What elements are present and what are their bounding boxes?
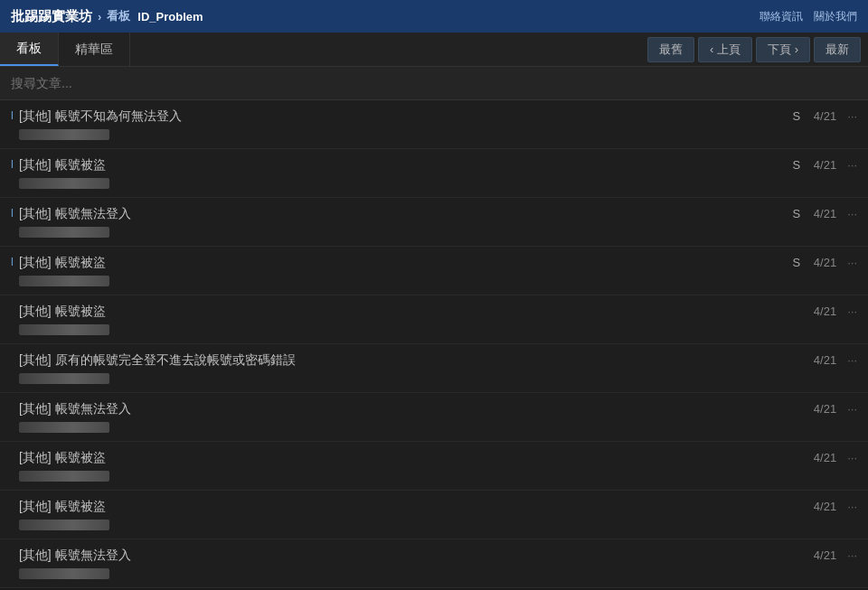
post-title[interactable]: [其他] 原有的帳號完全登不進去說帳號或密碼錯誤 xyxy=(19,352,296,367)
list-item[interactable]: l [其他] 帳號被盜 4/21 ··· xyxy=(0,442,868,491)
post-meta: S 4/21 ··· xyxy=(786,156,857,172)
btn-prev[interactable]: ‹ 上頁 xyxy=(698,37,752,62)
post-date: 4/21 xyxy=(807,402,836,416)
post-author-blur xyxy=(19,276,109,286)
post-date: 4/21 xyxy=(807,158,836,172)
post-author-blur xyxy=(19,471,109,482)
post-score: S xyxy=(786,109,800,123)
list-item[interactable]: l [其他] 帳號被盜 4/21 ··· xyxy=(0,491,868,539)
breadcrumb: 看板 ID_Problem xyxy=(107,8,203,24)
post-more-icon[interactable]: ··· xyxy=(847,207,857,220)
post-title[interactable]: [其他] 帳號被盜 xyxy=(19,499,106,513)
post-meta: S 4/21 ··· xyxy=(786,254,857,269)
post-author-blur xyxy=(19,178,109,189)
post-meta: S 4/21 ··· xyxy=(786,108,857,123)
post-content: [其他] 帳號無法登入 xyxy=(19,547,775,579)
post-more-icon[interactable]: ··· xyxy=(847,158,857,172)
post-date: 4/21 xyxy=(807,109,836,123)
list-item[interactable]: l [其他] 帳號無法登入 S 4/21 ··· xyxy=(0,198,868,247)
breadcrumb-separator: › xyxy=(98,10,101,23)
contact-link[interactable]: 聯絡資訊 xyxy=(760,9,803,24)
post-list: l [其他] 帳號不知為何無法登入 S 4/21 ··· l [其他] 帳號被盜… xyxy=(0,100,868,588)
post-meta: 4/21 ··· xyxy=(786,449,857,464)
pin-icon: l xyxy=(11,205,14,221)
post-content: [其他] 帳號被盜 xyxy=(19,449,775,482)
post-content: [其他] 帳號被盜 xyxy=(19,254,775,286)
post-score: S xyxy=(786,158,800,172)
post-score: S xyxy=(786,256,800,269)
post-author-blur xyxy=(19,227,109,238)
post-meta: 4/21 ··· xyxy=(786,498,857,513)
post-date: 4/21 xyxy=(807,500,836,513)
list-item[interactable]: l [其他] 原有的帳號完全登不進去說帳號或密碼錯誤 4/21 ··· xyxy=(0,344,868,393)
search-bar xyxy=(0,67,868,100)
post-date: 4/21 xyxy=(807,451,836,464)
post-more-icon[interactable]: ··· xyxy=(847,548,857,562)
post-content: [其他] 帳號不知為何無法登入 xyxy=(19,108,775,140)
post-title[interactable]: [其他] 帳號無法登入 xyxy=(19,206,131,220)
tab-board[interactable]: 看板 xyxy=(0,33,59,66)
board-name[interactable]: ID_Problem xyxy=(137,10,203,23)
post-author-blur xyxy=(19,520,109,530)
post-title[interactable]: [其他] 帳號無法登入 xyxy=(19,548,131,562)
tabs-bar: 看板 精華區 最舊 ‹ 上頁 下頁 › 最新 xyxy=(0,33,868,67)
post-title[interactable]: [其他] 帳號不知為何無法登入 xyxy=(19,108,182,123)
list-item[interactable]: l [其他] 帳號無法登入 4/21 ··· xyxy=(0,393,868,442)
post-date: 4/21 xyxy=(807,353,836,367)
pin-icon: l xyxy=(11,156,14,173)
list-item[interactable]: l [其他] 帳號被盜 4/21 ··· xyxy=(0,295,868,344)
list-item[interactable]: l [其他] 帳號被盜 S 4/21 ··· xyxy=(0,247,868,295)
post-title[interactable]: [其他] 帳號被盜 xyxy=(19,304,106,318)
post-meta: 4/21 ··· xyxy=(786,351,857,367)
post-date: 4/21 xyxy=(807,256,836,269)
post-author-blur xyxy=(19,422,109,433)
post-more-icon[interactable]: ··· xyxy=(847,451,857,464)
post-meta: 4/21 ··· xyxy=(786,547,857,562)
post-more-icon[interactable]: ··· xyxy=(847,353,857,367)
post-meta: S 4/21 ··· xyxy=(786,205,857,220)
search-input[interactable] xyxy=(11,76,857,90)
post-title[interactable]: [其他] 帳號無法登入 xyxy=(19,401,131,416)
tabs-right: 最舊 ‹ 上頁 下頁 › 最新 xyxy=(647,37,868,62)
post-author-blur xyxy=(19,568,109,579)
post-more-icon[interactable]: ··· xyxy=(847,304,857,318)
post-date: 4/21 xyxy=(807,304,836,318)
site-name[interactable]: 批踢踢實業坊 xyxy=(11,8,92,25)
header-right: 聯絡資訊 關於我們 xyxy=(760,9,857,24)
post-more-icon[interactable]: ··· xyxy=(847,500,857,513)
post-author-blur xyxy=(19,373,109,384)
btn-next[interactable]: 下頁 › xyxy=(756,37,810,62)
pin-icon: l xyxy=(11,254,14,270)
pin-icon: l xyxy=(11,108,14,124)
post-content: [其他] 帳號無法登入 xyxy=(19,205,775,238)
post-more-icon[interactable]: ··· xyxy=(847,402,857,416)
post-meta: 4/21 ··· xyxy=(786,400,857,416)
list-item[interactable]: l [其他] 帳號被盜 S 4/21 ··· xyxy=(0,149,868,198)
post-content: [其他] 帳號被盜 xyxy=(19,498,775,530)
header-left: 批踢踢實業坊 › 看板 ID_Problem xyxy=(11,8,203,25)
post-author-blur xyxy=(19,129,109,140)
list-item[interactable]: l [其他] 帳號無法登入 4/21 ··· xyxy=(0,539,868,588)
header: 批踢踢實業坊 › 看板 ID_Problem 聯絡資訊 關於我們 xyxy=(0,0,868,33)
board-label: 看板 xyxy=(107,8,130,24)
list-item[interactable]: l [其他] 帳號不知為何無法登入 S 4/21 ··· xyxy=(0,100,868,149)
post-title[interactable]: [其他] 帳號被盜 xyxy=(19,450,106,464)
post-more-icon[interactable]: ··· xyxy=(847,256,857,269)
btn-newest[interactable]: 最新 xyxy=(814,37,861,62)
tabs-left: 看板 精華區 xyxy=(0,33,130,66)
post-content: [其他] 帳號被盜 xyxy=(19,303,775,335)
post-content: [其他] 帳號被盜 xyxy=(19,156,775,189)
btn-oldest[interactable]: 最舊 xyxy=(647,37,694,62)
post-title[interactable]: [其他] 帳號被盜 xyxy=(19,157,106,172)
post-content: [其他] 原有的帳號完全登不進去說帳號或密碼錯誤 xyxy=(19,351,775,384)
post-score: S xyxy=(786,207,800,220)
post-author-blur xyxy=(19,324,109,335)
tab-highlight[interactable]: 精華區 xyxy=(59,33,130,66)
post-date: 4/21 xyxy=(807,548,836,562)
post-date: 4/21 xyxy=(807,207,836,220)
post-content: [其他] 帳號無法登入 xyxy=(19,400,775,433)
post-more-icon[interactable]: ··· xyxy=(847,109,857,123)
about-link[interactable]: 關於我們 xyxy=(814,9,857,24)
post-meta: 4/21 ··· xyxy=(786,303,857,318)
post-title[interactable]: [其他] 帳號被盜 xyxy=(19,255,106,269)
